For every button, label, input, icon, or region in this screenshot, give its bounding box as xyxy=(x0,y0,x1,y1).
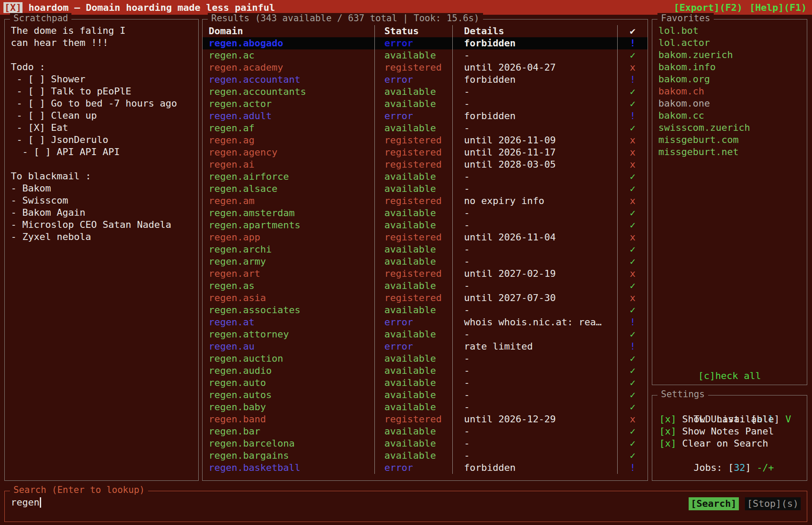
status-cell: available xyxy=(375,86,453,98)
status-cell: available xyxy=(375,389,453,401)
settings-checkbox[interactable]: [x] Show Notes Panel xyxy=(659,425,800,438)
table-row[interactable]: regen.basketballerrorforbidden! xyxy=(203,462,648,474)
table-row[interactable]: regen.autoavailable-✓ xyxy=(203,377,648,389)
checkbox-icon[interactable]: [x] xyxy=(659,414,682,425)
table-row[interactable]: regen.artregistereduntil 2027-02-19x xyxy=(203,268,648,280)
favorite-item[interactable]: bakom.one xyxy=(652,97,807,110)
checkbox-icon[interactable]: [x] xyxy=(659,426,682,437)
table-row[interactable]: regen.audioavailable-✓ xyxy=(203,365,648,377)
results-panel-title: Results (343 available / 637 total | Too… xyxy=(208,13,483,23)
stop-button[interactable]: [Stop](s) xyxy=(745,497,801,510)
export-button[interactable]: [Export](F2) xyxy=(674,2,743,13)
domain-cell: regen.app xyxy=(203,231,375,243)
bracket-open: [ xyxy=(728,462,734,473)
favorites-list: lol.botlol.actorbakom.zuerichbakom.infob… xyxy=(652,19,807,158)
table-row[interactable]: regen.auctionavailable-✓ xyxy=(203,353,648,365)
table-row[interactable]: regen.associatesavailable-✓ xyxy=(203,304,648,316)
table-row[interactable]: regen.academyregistereduntil 2026-04-27x xyxy=(203,62,648,74)
table-row[interactable]: regen.archiavailable-✓ xyxy=(203,243,648,256)
table-row[interactable]: regen.amsterdamavailable-✓ xyxy=(203,207,648,219)
domain-cell: regen.ag xyxy=(203,134,375,146)
scratchpad-line: - [X] Eat xyxy=(11,122,192,134)
status-cell: available xyxy=(375,183,453,195)
table-row[interactable]: regen.attorneyavailable-✓ xyxy=(203,328,648,340)
favorite-item[interactable]: lol.actor xyxy=(652,37,807,49)
close-button[interactable]: [X] xyxy=(3,2,23,13)
details-cell: until 2026-12-29 xyxy=(453,413,618,425)
favorite-item[interactable]: swisscom.zuerich xyxy=(652,122,807,134)
domain-cell: regen.am xyxy=(203,195,375,207)
table-row[interactable]: regen.acavailable-✓ xyxy=(203,49,648,62)
results-header-row: Domain Status Details ✔ xyxy=(203,25,648,37)
check-all-button[interactable]: [c]heck all xyxy=(652,370,807,381)
scratchpad-line: - Zyxel nebola xyxy=(11,231,192,243)
settings-checkbox[interactable]: [x] Clear on Search xyxy=(659,438,800,450)
help-button[interactable]: [Help](F1) xyxy=(750,2,807,13)
search-panel-title: Search (Enter to lookup) xyxy=(10,485,148,495)
favorite-item[interactable]: missgeburt.net xyxy=(652,146,807,158)
favorite-item[interactable]: bakom.zuerich xyxy=(652,49,807,61)
details-cell: until 2026-11-09 xyxy=(453,134,618,146)
checkbox-label: Show Notes Panel xyxy=(682,426,774,437)
favorite-item[interactable]: bakom.org xyxy=(652,73,807,85)
favorite-item[interactable]: bakom.ch xyxy=(652,85,807,97)
row-status-mark-icon: ✓ xyxy=(618,219,648,231)
chevron-down-icon[interactable]: V xyxy=(780,414,791,425)
details-cell: - xyxy=(453,183,618,195)
status-cell: registered xyxy=(375,268,453,280)
table-row[interactable]: regen.abogadoerrorforbidden! xyxy=(203,37,648,49)
details-cell: - xyxy=(453,389,618,401)
table-row[interactable]: regen.auerrorrate limited! xyxy=(203,340,648,353)
table-row[interactable]: regen.armyavailable-✓ xyxy=(203,256,648,268)
table-row[interactable]: regen.alsaceavailable-✓ xyxy=(203,183,648,195)
table-row[interactable]: regen.asiaregistereduntil 2027-07-30x xyxy=(203,292,648,304)
table-row[interactable]: regen.bargainsavailable-✓ xyxy=(203,450,648,462)
table-row[interactable]: regen.accountantsavailable-✓ xyxy=(203,86,648,98)
table-row[interactable]: regen.barcelonaavailable-✓ xyxy=(203,438,648,450)
search-button[interactable]: [Search] xyxy=(689,497,739,510)
table-row[interactable]: regen.accountanterrorforbidden! xyxy=(203,74,648,86)
table-row[interactable]: regen.appregistereduntil 2026-11-04x xyxy=(203,231,648,243)
status-cell: available xyxy=(375,377,453,389)
jobs-stepper[interactable]: Jobs: [32] -/+ xyxy=(659,450,800,462)
favorite-item[interactable]: missgeburt.com xyxy=(652,134,807,146)
details-cell: - xyxy=(453,171,618,183)
table-row[interactable]: regen.aterrorwhois whois.nic.at: rea…! xyxy=(203,316,648,328)
favorite-item[interactable]: lol.bot xyxy=(652,25,807,37)
favorite-item[interactable]: bakom.cc xyxy=(652,110,807,122)
table-row[interactable]: regen.babyavailable-✓ xyxy=(203,401,648,413)
tld-list-dropdown[interactable]: TLD List: [all] V xyxy=(659,401,800,413)
favorite-item[interactable]: bakom.info xyxy=(652,61,807,73)
table-row[interactable]: regen.baravailable-✓ xyxy=(203,425,648,438)
row-status-mark-icon: x xyxy=(618,62,648,74)
domain-cell: regen.alsace xyxy=(203,183,375,195)
scratchpad-editor[interactable]: The dome is faling Ican hear them !!!Tod… xyxy=(5,19,198,248)
table-row[interactable]: regen.asavailable-✓ xyxy=(203,280,648,292)
domain-cell: regen.apartments xyxy=(203,219,375,231)
table-row[interactable]: regen.autosavailable-✓ xyxy=(203,389,648,401)
scratchpad-line xyxy=(11,158,192,170)
row-status-mark-icon: ! xyxy=(618,340,648,353)
table-row[interactable]: regen.airforceavailable-✓ xyxy=(203,171,648,183)
details-cell: - xyxy=(453,280,618,292)
table-row[interactable]: regen.afavailable-✓ xyxy=(203,122,648,134)
table-row[interactable]: regen.apartmentsavailable-✓ xyxy=(203,219,648,231)
scratchpad-line: - [ ] Talk to pEoPlE xyxy=(11,85,192,97)
table-row[interactable]: regen.airegistereduntil 2028-03-05x xyxy=(203,159,648,171)
row-status-mark-icon: ✓ xyxy=(618,438,648,450)
jobs-minus-plus-controls[interactable]: -/+ xyxy=(751,462,774,473)
checkbox-icon[interactable]: [x] xyxy=(659,438,682,449)
scratchpad-panel: Scratchpad The dome is faling Ican hear … xyxy=(4,19,199,481)
table-row[interactable]: regen.agregistereduntil 2026-11-09x xyxy=(203,134,648,146)
table-row[interactable]: regen.adulterrorforbidden! xyxy=(203,110,648,122)
table-row[interactable]: regen.actoravailable-✓ xyxy=(203,98,648,110)
details-cell: - xyxy=(453,256,618,268)
details-cell: until 2027-02-19 xyxy=(453,268,618,280)
table-row[interactable]: regen.bandregistereduntil 2026-12-29x xyxy=(203,413,648,425)
table-row[interactable]: regen.amregisteredno expiry infox xyxy=(203,195,648,207)
details-cell: no expiry info xyxy=(453,195,618,207)
status-cell: available xyxy=(375,219,453,231)
table-row[interactable]: regen.agencyregistereduntil 2026-11-17x xyxy=(203,146,648,159)
row-status-mark-icon: ✓ xyxy=(618,353,648,365)
row-status-mark-icon: ✓ xyxy=(618,280,648,292)
